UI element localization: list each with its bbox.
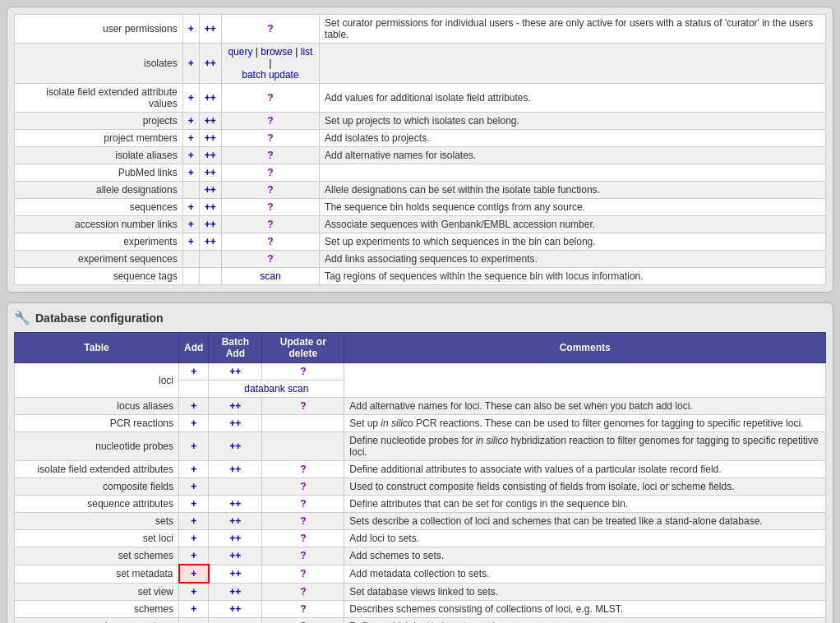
add-cell[interactable]: + xyxy=(182,233,199,251)
batch-add-cell[interactable]: ++ xyxy=(209,398,262,415)
comment-cell: Add links associating sequences to exper… xyxy=(320,251,826,268)
update-cell[interactable]: ? xyxy=(262,618,344,624)
update-cell[interactable]: ? xyxy=(262,478,344,496)
col-table: Table xyxy=(15,333,179,363)
batch-add-cell[interactable]: ++ xyxy=(209,496,262,513)
add-cell[interactable]: + xyxy=(179,496,209,513)
add-cell[interactable]: + xyxy=(182,147,199,164)
col-comments: Comments xyxy=(344,333,826,363)
batch-add-cell[interactable]: ++ xyxy=(209,432,262,461)
add-cell[interactable]: + xyxy=(182,44,199,84)
special-cell[interactable]: ? xyxy=(221,84,319,113)
comment-cell: Set database views linked to sets. xyxy=(344,583,826,601)
batch-add-cell[interactable]: ++ xyxy=(209,513,262,530)
add-cell[interactable]: + xyxy=(179,513,209,530)
add-cell[interactable]: + xyxy=(179,478,209,496)
row-label: project members xyxy=(15,130,183,147)
update-cell[interactable]: ? xyxy=(262,547,344,565)
comment-cell: Add loci to sets. xyxy=(344,530,826,547)
special-cell[interactable]: ? xyxy=(221,15,319,44)
batch-add-cell[interactable]: ++ xyxy=(209,461,262,478)
table-row: user permissions + ++ ? Set curator perm… xyxy=(15,15,826,44)
table-row: locus aliases + ++ ? Add alternative nam… xyxy=(15,398,826,415)
table-row: set loci + ++ ? Add loci to sets. xyxy=(15,530,826,547)
plusplus-cell[interactable]: ++ xyxy=(199,113,221,130)
update-cell[interactable]: ? xyxy=(262,461,344,478)
table-row: projects + ++ ? Set up projects to which… xyxy=(15,113,826,130)
batch-add-cell[interactable]: ++ xyxy=(209,618,262,624)
update-cell[interactable]: ? xyxy=(262,601,344,618)
table-row: allele designations ++ ? Allele designat… xyxy=(15,182,826,199)
batch-add-cell[interactable]: ++ xyxy=(209,565,262,583)
update-cell[interactable]: ? xyxy=(262,398,344,415)
comment-cell xyxy=(320,164,826,182)
add-cell[interactable]: + xyxy=(179,398,209,415)
row-label: set loci xyxy=(15,530,179,547)
add-cell[interactable]: + xyxy=(179,461,209,478)
plusplus-cell[interactable]: ++ xyxy=(199,182,221,199)
add-cell[interactable]: + xyxy=(179,601,209,618)
update-cell[interactable]: ? xyxy=(262,363,344,381)
section-title: Database configuration xyxy=(35,312,164,325)
batch-add-cell[interactable]: ++ xyxy=(209,415,262,432)
plusplus-cell[interactable]: ++ xyxy=(199,233,221,251)
add-cell[interactable]: + xyxy=(179,530,209,547)
add-cell[interactable]: + xyxy=(179,547,209,565)
update-cell[interactable]: ? xyxy=(262,513,344,530)
row-label: set metadata xyxy=(15,565,179,583)
batch-add-cell[interactable]: ++ xyxy=(209,601,262,618)
special-cell[interactable]: ? xyxy=(221,233,319,251)
special-cell[interactable]: query | browse | list | batch update xyxy=(221,44,319,84)
add-cell[interactable]: + xyxy=(182,113,199,130)
plusplus-cell[interactable]: ++ xyxy=(199,44,221,84)
add-cell xyxy=(182,268,199,285)
add-cell[interactable]: + xyxy=(179,415,209,432)
plusplus-cell[interactable]: ++ xyxy=(199,130,221,147)
special-cell[interactable]: ? xyxy=(221,199,319,216)
special-cell[interactable]: scan xyxy=(221,268,319,285)
add-cell[interactable]: + xyxy=(179,565,209,583)
batch-add-cell[interactable]: ++ xyxy=(209,583,262,601)
add-cell[interactable]: + xyxy=(179,432,209,461)
special-cell[interactable]: ? xyxy=(221,216,319,233)
add-cell[interactable]: + xyxy=(179,618,209,624)
special-cell[interactable]: ? xyxy=(221,164,319,182)
add-cell[interactable]: + xyxy=(182,216,199,233)
plusplus-cell[interactable]: ++ xyxy=(199,199,221,216)
update-cell[interactable]: ? xyxy=(262,583,344,601)
add-cell xyxy=(182,251,199,268)
add-cell[interactable]: + xyxy=(179,583,209,601)
table-row: scheme members + ++ ? Defines which loci… xyxy=(15,618,826,624)
batch-add-cell[interactable]: ++ xyxy=(209,363,262,381)
comment-cell: Defines which loci belong to a scheme. xyxy=(344,618,826,624)
add-cell[interactable]: + xyxy=(182,130,199,147)
add-cell[interactable]: + xyxy=(182,15,199,44)
add-cell[interactable]: + xyxy=(182,199,199,216)
special-cell[interactable]: ? xyxy=(221,130,319,147)
special-cell[interactable]: ? xyxy=(221,182,319,199)
update-cell xyxy=(262,432,344,461)
add-cell[interactable]: + xyxy=(179,363,209,381)
top-table: user permissions + ++ ? Set curator perm… xyxy=(14,14,826,285)
comment-cell: Used to construct composite fields consi… xyxy=(344,478,826,496)
batch-add-cell[interactable]: ++ xyxy=(209,530,262,547)
databank-scan-cell[interactable]: databank scan xyxy=(209,381,344,398)
col-update: Update or delete xyxy=(262,333,344,363)
add-cell[interactable]: + xyxy=(182,164,199,182)
update-cell[interactable]: ? xyxy=(262,565,344,583)
batch-add-cell[interactable]: ++ xyxy=(209,547,262,565)
special-cell[interactable]: ? xyxy=(221,147,319,164)
row-label: sequence attributes xyxy=(15,496,179,513)
plusplus-cell[interactable]: ++ xyxy=(199,84,221,113)
row-label: user permissions xyxy=(15,15,183,44)
update-cell[interactable]: ? xyxy=(262,530,344,547)
plusplus-cell[interactable]: ++ xyxy=(199,15,221,44)
plusplus-cell[interactable]: ++ xyxy=(199,147,221,164)
plusplus-cell[interactable]: ++ xyxy=(199,216,221,233)
special-cell[interactable]: ? xyxy=(221,251,319,268)
add-cell[interactable]: + xyxy=(182,84,199,113)
special-cell[interactable]: ? xyxy=(221,113,319,130)
update-cell[interactable]: ? xyxy=(262,496,344,513)
table-row: experiment sequences ? Add links associa… xyxy=(15,251,826,268)
plusplus-cell[interactable]: ++ xyxy=(199,164,221,182)
